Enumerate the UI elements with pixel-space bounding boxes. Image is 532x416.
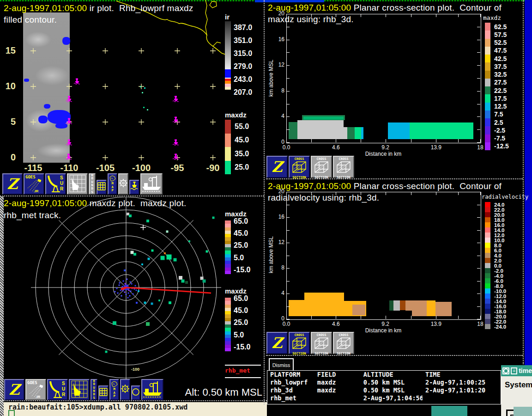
zebra-display-screen: 151050 -115-110-105-100-95-90 2-aug-1997… — [0, 0, 532, 416]
table-header-row: PLATFORMFIELDALTITUDETIME — [267, 371, 501, 379]
table-cell: rhb_met — [267, 394, 314, 402]
table-cell: rhb_lowprf — [267, 379, 314, 386]
table-row: rhb_3dmaxdz0.50 km MSL2-Aug-97,1:01:20 — [267, 386, 501, 394]
panel-divider — [0, 400, 267, 401]
terminal-cursor — [8, 410, 15, 416]
window-menu-icon[interactable] — [502, 367, 509, 374]
table-cell: rhb_3d — [267, 386, 314, 394]
table-header-cell: ALTITUDE — [361, 371, 423, 379]
xterm-window[interactable]: rain:beaufait:105>xdump.all 970802.0105.… — [4, 401, 267, 416]
panel-divider — [264, 0, 265, 405]
table-cell: 2-Aug-97,1:00:25 — [423, 379, 501, 386]
table-header-cell: PLATFORM — [267, 371, 314, 379]
table-cell: maxdz — [314, 386, 361, 394]
time-window-titlebar[interactable]: ≡ time — [501, 365, 532, 376]
table-cell — [423, 394, 501, 402]
panel-divider — [266, 355, 523, 356]
table-cell: 2-Aug-97,1:01:20 — [423, 386, 501, 394]
table-cell: 0.50 km MSL — [361, 379, 423, 386]
window-iconify-icon[interactable]: ≡ — [511, 367, 517, 374]
table-cell: 0.50 km MSL — [361, 386, 423, 394]
field-status-window: Dismiss PLATFORMFIELDALTITUDETIMErhb_low… — [0, 0, 532, 416]
table-row: rhb_met2-Aug-97,1:04:56 — [267, 394, 501, 402]
table-cell — [314, 394, 361, 402]
time-window-title: time — [519, 367, 532, 374]
panel-divider — [523, 0, 524, 364]
table-header-cell: TIME — [423, 371, 501, 379]
system-label: System — [505, 380, 532, 390]
table-cell: 2-Aug-97,1:04:56 — [361, 394, 423, 402]
panel-divider — [0, 196, 264, 196]
table-row: rhb_lowprfmaxdz0.50 km MSL2-Aug-97,1:00:… — [267, 379, 501, 386]
terminal-prompt-line: rain:beaufait:105>xdump.all 970802.0105.… — [8, 403, 187, 411]
panel-divider — [266, 178, 523, 179]
platform-status-table: PLATFORMFIELDALTITUDETIMErhb_lowprfmaxdz… — [267, 370, 501, 404]
table-header-cell: FIELD — [314, 371, 361, 379]
table-cell: maxdz — [314, 379, 361, 386]
desktop-patch — [431, 406, 467, 416]
desktop-patch — [514, 407, 532, 416]
